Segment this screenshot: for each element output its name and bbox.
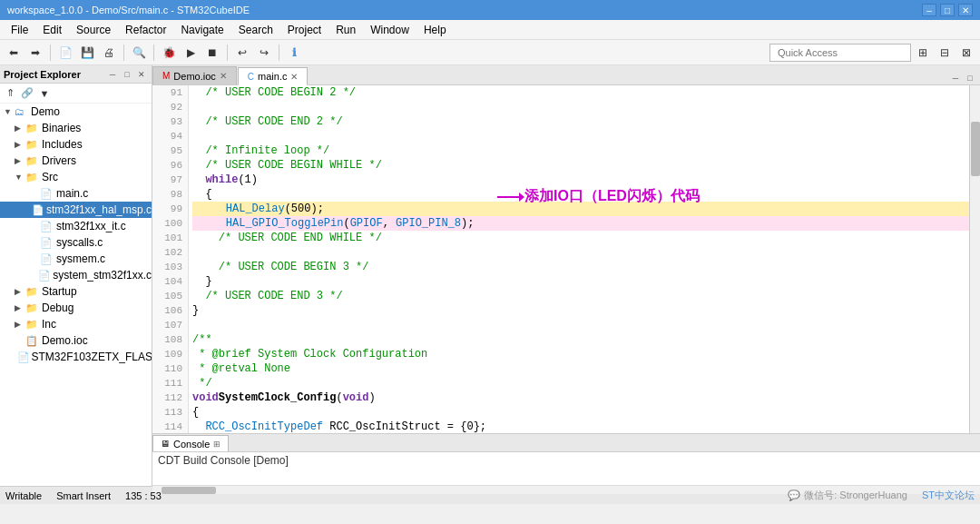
- minimize-button[interactable]: –: [922, 4, 936, 16]
- editor-maximize-btn[interactable]: □: [964, 72, 976, 84]
- menu-edit[interactable]: Edit: [35, 20, 69, 39]
- tab-close-demoioc[interactable]: ✕: [220, 71, 227, 81]
- tree-label-hal-msp: stm32f1xx_hal_msp.c: [46, 203, 152, 216]
- toolbar-layout-1[interactable]: ⊞: [913, 43, 933, 63]
- tree-label-binaries: Binaries: [42, 122, 81, 134]
- tree-arrow-sysmem: [29, 254, 40, 263]
- tree-label-mainc: main.c: [56, 187, 88, 200]
- toolbar-sep-3: [153, 44, 154, 61]
- tree-label-startup: Startup: [42, 285, 77, 298]
- tree-item-it[interactable]: 📄 stm32f1xx_it.c: [0, 218, 152, 234]
- menu-help[interactable]: Help: [416, 20, 454, 39]
- project-explorer: Project Explorer ─ □ ✕ ⇑ 🔗 ▼ ▼ 🗂 Demo ▶ …: [0, 65, 152, 486]
- tree-arrow-drivers: ▶: [15, 156, 25, 165]
- menu-search[interactable]: Search: [231, 20, 280, 39]
- toolbar-redo[interactable]: ↪: [254, 43, 274, 63]
- scrollbar-thumb[interactable]: [971, 122, 980, 176]
- title-bar: workspace_1.0.0 - Demo/Src/main.c - STM3…: [0, 0, 980, 20]
- editor-tab-controls: ─ □: [946, 72, 980, 84]
- folder-icon-debug: 📁: [25, 302, 40, 314]
- explorer-link-btn[interactable]: 🔗: [19, 85, 35, 102]
- editor-scrollbar[interactable]: [969, 85, 980, 433]
- tree-item-debug[interactable]: ▶ 📁 Debug: [0, 300, 152, 316]
- panel-close-btn[interactable]: ✕: [135, 68, 148, 81]
- tree-arrow-debug: ▶: [15, 303, 25, 312]
- file-icon-mainc: 📄: [40, 188, 54, 200]
- tree-item-includes[interactable]: ▶ 📁 Includes: [0, 136, 152, 153]
- explorer-toolbar: ⇑ 🔗 ▼: [0, 84, 152, 104]
- ln-96: 96: [152, 158, 188, 173]
- menu-source[interactable]: Source: [69, 20, 118, 39]
- tree-item-startup[interactable]: ▶ 📁 Startup: [0, 283, 152, 300]
- menu-refactor[interactable]: Refactor: [118, 20, 173, 39]
- menu-run[interactable]: Run: [328, 20, 363, 39]
- toolbar-debug[interactable]: 🐞: [159, 43, 179, 63]
- tree-item-mainc[interactable]: 📄 main.c: [0, 185, 152, 202]
- tree-item-demoioc[interactable]: 📋 Demo.ioc: [0, 332, 152, 349]
- panel-maximize-btn[interactable]: □: [121, 68, 133, 81]
- tree-arrow-system: [29, 271, 38, 280]
- toolbar-new[interactable]: 📄: [55, 43, 75, 63]
- ln-104: 104: [152, 274, 188, 289]
- folder-icon-demo: 🗂: [15, 106, 29, 117]
- quick-access-input[interactable]: [769, 44, 911, 62]
- toolbar-info[interactable]: ℹ: [284, 43, 304, 63]
- close-button[interactable]: ✕: [958, 4, 973, 16]
- toolbar-save[interactable]: 💾: [77, 43, 97, 63]
- toolbar-btn-1[interactable]: ⬅: [4, 43, 24, 63]
- bottom-scroll-thumb[interactable]: [162, 487, 216, 494]
- tree-item-hal-msp[interactable]: 📄 stm32f1xx_hal_msp.c: [0, 202, 152, 218]
- explorer-collapse-btn[interactable]: ⇑: [2, 85, 18, 102]
- tree-item-drivers[interactable]: ▶ 📁 Drivers: [0, 153, 152, 169]
- toolbar-layout-2[interactable]: ⊟: [935, 43, 955, 63]
- menu-navigate[interactable]: Navigate: [173, 20, 230, 39]
- toolbar-sep-4: [227, 44, 228, 61]
- tree-item-binaries[interactable]: ▶ 📁 Binaries: [0, 120, 152, 136]
- tree-item-syscalls[interactable]: 📄 syscalls.c: [0, 234, 152, 251]
- file-tree[interactable]: ▼ 🗂 Demo ▶ 📁 Binaries ▶ 📁 Includes ▶ 📁 D…: [0, 104, 152, 486]
- tree-item-demo[interactable]: ▼ 🗂 Demo: [0, 104, 152, 120]
- menu-project[interactable]: Project: [280, 20, 328, 39]
- tree-item-inc[interactable]: ▶ 📁 Inc: [0, 316, 152, 332]
- code-line-106: }: [192, 303, 969, 318]
- menu-window[interactable]: Window: [363, 20, 416, 39]
- editor-minimize-btn[interactable]: ─: [949, 72, 962, 84]
- toolbar-btn-2[interactable]: ➡: [25, 43, 45, 63]
- tree-label-sysmem: sysmem.c: [56, 252, 105, 265]
- code-line-91: /* USER CODE BEGIN 2 */: [192, 85, 969, 100]
- code-content[interactable]: /* USER CODE BEGIN 2 */ /* USER CODE END…: [189, 85, 969, 433]
- console-content: CDT Build Console [Demo]: [152, 452, 980, 485]
- tree-label-system: system_stm32f1xx.c: [53, 269, 152, 282]
- tree-arrow-inc: ▶: [15, 320, 25, 329]
- tree-item-src[interactable]: ▼ 📁 Src: [0, 169, 152, 185]
- toolbar-print[interactable]: 🖨: [99, 43, 119, 63]
- tab-console[interactable]: 🖥 Console ⊞: [152, 435, 229, 451]
- code-line-112: void SystemClock_Config(void): [192, 391, 969, 405]
- explorer-menu-btn[interactable]: ▼: [36, 85, 53, 102]
- toolbar-layout-3[interactable]: ⊠: [956, 43, 976, 63]
- tree-item-flash-ld[interactable]: 📄 STM32F103ZETX_FLASH.ld: [0, 349, 152, 365]
- toolbar-undo[interactable]: ↩: [232, 43, 252, 63]
- toolbar-sep-5: [279, 44, 279, 61]
- tab-close-mainc[interactable]: ✕: [290, 72, 298, 82]
- code-line-107: [192, 318, 969, 332]
- tree-label-debug: Debug: [42, 302, 74, 314]
- tree-arrow-startup: ▶: [15, 287, 25, 296]
- ln-111: 111: [152, 376, 188, 391]
- tree-item-sysmem[interactable]: 📄 sysmem.c: [0, 251, 152, 267]
- toolbar-search[interactable]: 🔍: [129, 43, 149, 63]
- editor-area: M Demo.ioc ✕ C main.c ✕ ─ □ 91 92 93 94: [152, 65, 980, 486]
- tree-arrow-demo: ▼: [4, 107, 15, 116]
- toolbar-stop[interactable]: ⏹: [202, 43, 222, 63]
- folder-icon-inc: 📁: [25, 319, 40, 331]
- tab-icon-demoioc: M: [162, 71, 170, 81]
- tab-demoioc[interactable]: M Demo.ioc ✕: [152, 66, 237, 84]
- watermark-text: 微信号: StrongerHuang: [804, 489, 907, 502]
- menu-file[interactable]: File: [4, 20, 35, 39]
- toolbar: ⬅ ➡ 📄 💾 🖨 🔍 🐞 ▶ ⏹ ↩ ↪ ℹ ⊞ ⊟ ⊠: [0, 40, 980, 65]
- panel-minimize-btn[interactable]: ─: [106, 68, 119, 81]
- tab-mainc[interactable]: C main.c ✕: [238, 67, 309, 85]
- tree-item-system[interactable]: 📄 system_stm32f1xx.c: [0, 267, 152, 283]
- maximize-button[interactable]: □: [940, 4, 955, 16]
- toolbar-run[interactable]: ▶: [181, 43, 201, 63]
